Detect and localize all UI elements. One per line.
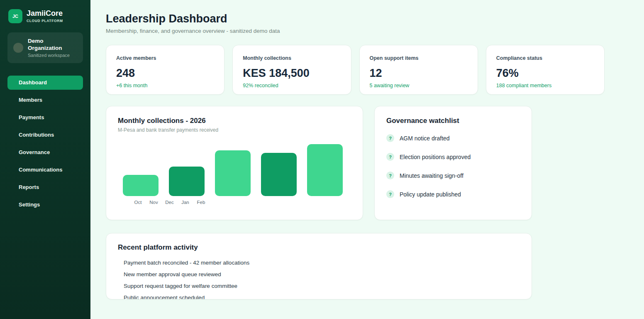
- stat-sub: 5 awaiting review: [370, 83, 468, 88]
- bar-chart: [118, 144, 351, 196]
- sidebar-item-label: Communications: [19, 167, 62, 173]
- sidebar-item-label: Reports: [19, 184, 39, 190]
- stat-label: Active members: [116, 55, 214, 61]
- activity-title: Recent platform activity: [118, 243, 520, 252]
- watchlist-item: ?Election positions approved: [386, 153, 520, 161]
- bar-jan: [261, 153, 297, 196]
- bar-chart-labels: OctNovDecJanFeb: [130, 200, 351, 205]
- brand-title: JamiiCore: [27, 10, 63, 18]
- stat-sub: +6 this month: [116, 83, 214, 88]
- stat-label: Compliance status: [496, 55, 594, 61]
- watchlist-item: ?Minutes awaiting sign-off: [386, 172, 520, 179]
- middle-row: Monthly collections - 2026 M-Pesa and ba…: [106, 106, 532, 220]
- question-icon: ?: [386, 190, 394, 198]
- stat-value: 248: [116, 67, 214, 80]
- sidebar-item-members[interactable]: Members: [7, 93, 83, 107]
- sidebar-item-contributions[interactable]: Contributions: [7, 128, 83, 142]
- watchlist-item-label: AGM notice drafted: [400, 135, 450, 142]
- bar-feb: [307, 144, 343, 196]
- stat-label: Monthly collections: [243, 55, 341, 61]
- activity-item: Payment batch reconciled - 42 member all…: [124, 257, 520, 269]
- sidebar-item-label: Contributions: [19, 132, 54, 138]
- activity-item: Public announcement scheduled: [124, 292, 520, 299]
- watchlist-item: ?Policy update published: [386, 190, 520, 198]
- page-subtitle: Membership, finance, and governance over…: [106, 28, 644, 34]
- stat-sub: 92% reconciled: [243, 83, 341, 88]
- sidebar-item-payments[interactable]: Payments: [7, 110, 83, 125]
- org-name: Demo Organization: [28, 38, 77, 52]
- sidebar-item-governance[interactable]: Governance: [7, 145, 83, 160]
- x-axis-label: Oct: [130, 200, 146, 205]
- org-description: Sanitized workspace: [28, 53, 77, 58]
- brand: JC JamiiCore CLOUD PLATFORM: [0, 0, 90, 29]
- stat-card-compliance-status: Compliance status76%188 compliant member…: [486, 45, 605, 95]
- watchlist-title: Governance watchlist: [386, 117, 520, 125]
- sidebar-item-settings[interactable]: Settings: [7, 198, 83, 212]
- activity-item: Support request tagged for welfare commi…: [124, 280, 520, 292]
- stat-label: Open support items: [370, 55, 468, 61]
- watchlist-items: ?AGM notice drafted?Election positions a…: [386, 134, 520, 198]
- chart-title: Monthly collections - 2026: [118, 117, 351, 125]
- sidebar-item-label: Dashboard: [19, 79, 47, 86]
- stat-card-open-support-items: Open support items125 awaiting review: [359, 45, 478, 95]
- activity-list: Payment batch reconciled - 42 member all…: [118, 257, 520, 299]
- sidebar-item-reports[interactable]: Reports: [7, 180, 83, 194]
- governance-watchlist-card: Governance watchlist ?AGM notice drafted…: [374, 106, 532, 220]
- activity-item: New member approval queue reviewed: [124, 269, 520, 280]
- sidebar-item-label: Payments: [19, 114, 44, 120]
- stats-row: Active members248+6 this monthMonthly co…: [106, 45, 605, 95]
- brand-logo-icon: JC: [8, 9, 22, 23]
- stat-value: KES 184,500: [243, 67, 341, 80]
- sidebar-item-label: Members: [19, 97, 42, 103]
- sidebar-item-label: Governance: [19, 149, 50, 155]
- x-axis-label: Dec: [162, 200, 177, 205]
- sidebar: JC JamiiCore CLOUD PLATFORM Demo Organiz…: [0, 0, 90, 319]
- sidebar-item-label: Settings: [19, 201, 40, 208]
- main-content: Leadership Dashboard Membership, finance…: [90, 0, 644, 319]
- stat-card-active-members: Active members248+6 this month: [106, 45, 224, 95]
- bar-nov: [169, 167, 205, 196]
- stat-value: 12: [370, 67, 468, 80]
- watchlist-item: ?AGM notice drafted: [386, 134, 520, 142]
- sidebar-item-dashboard[interactable]: Dashboard: [7, 76, 83, 90]
- sidebar-nav: DashboardMembersPaymentsContributionsGov…: [0, 76, 90, 212]
- recent-activity-card: Recent platform activity Payment batch r…: [106, 233, 532, 299]
- watchlist-item-label: Minutes awaiting sign-off: [400, 172, 463, 179]
- watchlist-item-label: Election positions approved: [400, 154, 471, 160]
- watchlist-item-label: Policy update published: [400, 191, 461, 198]
- stat-value: 76%: [496, 67, 594, 80]
- bar-dec: [215, 150, 251, 196]
- x-axis-label: Nov: [146, 200, 161, 205]
- org-switcher[interactable]: Demo Organization Sanitized workspace: [7, 32, 83, 63]
- x-axis-label: Feb: [193, 200, 209, 205]
- stat-sub: 188 compliant members: [496, 83, 594, 88]
- question-icon: ?: [386, 153, 394, 161]
- sidebar-item-communications[interactable]: Communications: [7, 163, 83, 177]
- collections-chart-card: Monthly collections - 2026 M-Pesa and ba…: [106, 106, 363, 220]
- bar-oct: [123, 175, 159, 196]
- brand-subtitle: CLOUD PLATFORM: [27, 19, 63, 23]
- question-icon: ?: [386, 172, 394, 179]
- x-axis-label: Jan: [178, 200, 193, 205]
- stat-card-monthly-collections: Monthly collectionsKES 184,50092% reconc…: [232, 45, 351, 95]
- chart-subtitle: M-Pesa and bank transfer payments receiv…: [118, 127, 351, 133]
- page-title: Leadership Dashboard: [106, 12, 644, 25]
- org-avatar: [13, 43, 23, 53]
- question-icon: ?: [386, 134, 394, 142]
